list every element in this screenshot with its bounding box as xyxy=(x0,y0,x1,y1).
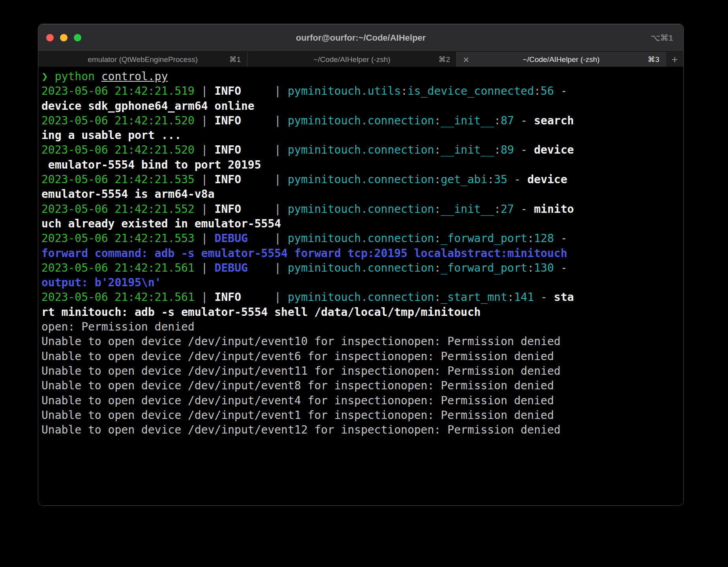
tab-2[interactable]: ~/Code/AIHelper (-zsh)⌘2 xyxy=(247,52,456,67)
terminal-line: uch already existed in emulator-5554 xyxy=(41,216,683,231)
terminal-line: forward command: adb -s emulator-5554 fo… xyxy=(41,246,683,261)
terminal-line: 2023-05-06 21:42:21.535 | INFO | pyminit… xyxy=(41,172,683,187)
tab-label: emulator (QtWebEngineProcess) xyxy=(38,55,247,64)
terminal-line: 2023-05-06 21:42:21.520 | INFO | pyminit… xyxy=(41,143,683,157)
terminal-text-segment: | xyxy=(195,114,215,127)
terminal-text-segment: 130 xyxy=(534,261,554,274)
terminal-text-segment: __init__ xyxy=(441,114,494,127)
terminal-text-segment: 2023-05-06 21:42:21.535 xyxy=(41,173,195,186)
terminal-text-segment: __init__ xyxy=(441,143,494,156)
terminal-line: 2023-05-06 21:42:21.553 | DEBUG | pymini… xyxy=(41,231,683,246)
terminal-text-segment: : xyxy=(434,232,441,245)
tab-label: ~/Code/AIHelper (-zsh) xyxy=(248,55,456,64)
terminal-text-segment: : xyxy=(434,291,441,304)
terminal-text-segment: sta xyxy=(554,291,574,304)
terminal-text-segment: 35 xyxy=(494,173,507,186)
terminal-output[interactable]: ❯ python control.py2023-05-06 21:42:21.5… xyxy=(38,67,683,505)
terminal-text-segment: pyminitouch.connection xyxy=(288,173,434,186)
terminal-text-segment: pyminitouch.connection xyxy=(288,114,434,127)
terminal-text-segment: | xyxy=(241,84,288,98)
terminal-text-segment: forward command: adb -s emulator-5554 fo… xyxy=(41,247,567,260)
terminal-text-segment: 56 xyxy=(540,84,554,98)
terminal-text-segment: 2023-05-06 21:42:21.553 xyxy=(41,232,195,245)
terminal-text-segment: | xyxy=(195,203,215,216)
terminal-text-segment: INFO xyxy=(214,173,241,186)
window-title: ourfor@ourfor:~/Code/AIHelper xyxy=(38,33,683,43)
terminal-text-segment: - xyxy=(534,291,554,304)
tab-shortcut-label: ⌘3 xyxy=(647,55,659,64)
terminal-line: 2023-05-06 21:42:21.561 | DEBUG | pymini… xyxy=(41,261,683,275)
terminal-text-segment: get_abi xyxy=(441,173,488,186)
terminal-line: output: b'20195\n' xyxy=(41,275,683,290)
terminal-text-segment: 2023-05-06 21:42:21.520 xyxy=(41,143,195,156)
tab-1[interactable]: emulator (QtWebEngineProcess)⌘1 xyxy=(38,52,247,67)
terminal-line: Unable to open device /dev/input/event10… xyxy=(41,334,683,349)
terminal-line: Unable to open device /dev/input/event8 … xyxy=(41,378,683,393)
terminal-text-segment: Unable to open device /dev/input/event4 … xyxy=(41,394,554,407)
tab-shortcut-label: ⌘2 xyxy=(438,55,450,64)
terminal-text-segment: : xyxy=(434,173,441,186)
terminal-text-segment: - xyxy=(514,203,534,216)
terminal-text-segment: : xyxy=(534,84,541,98)
terminal-line: open: Permission denied xyxy=(41,319,683,334)
terminal-text-segment: open: Permission denied xyxy=(41,320,195,333)
terminal-text-segment: pyminitouch.connection xyxy=(288,203,434,216)
terminal-text-segment: Unable to open device /dev/input/event8 … xyxy=(41,379,554,392)
terminal-text-segment: : xyxy=(494,114,501,127)
terminal-text-segment: output: b'20195\n' xyxy=(41,276,161,289)
terminal-text-segment: pyminitouch.connection xyxy=(288,291,434,304)
terminal-text-segment: | xyxy=(195,232,215,245)
tab-3[interactable]: ×~/Code/AIHelper (-zsh)⌘3 xyxy=(456,52,666,67)
terminal-line: Unable to open device /dev/input/event1 … xyxy=(41,408,683,422)
terminal-text-segment: - xyxy=(554,232,567,245)
terminal-text-segment: 128 xyxy=(534,232,554,245)
terminal-text-segment: ing a usable port ... xyxy=(41,129,181,142)
terminal-text-segment: pyminitouch.connection xyxy=(288,143,434,156)
terminal-text-segment: _forward_port xyxy=(441,261,527,274)
tab-bar: emulator (QtWebEngineProcess)⌘1~/Code/AI… xyxy=(38,52,683,67)
terminal-text-segment: : xyxy=(434,203,441,216)
terminal-text-segment: | xyxy=(195,173,215,186)
terminal-text-segment: - xyxy=(554,261,567,274)
terminal-text-segment: _forward_port xyxy=(441,232,527,245)
terminal-window: ourfor@ourfor:~/Code/AIHelper ⌥⌘1 emulat… xyxy=(38,24,684,506)
tab-shortcut-label: ⌘1 xyxy=(229,55,241,64)
terminal-text-segment: : xyxy=(494,203,501,216)
terminal-text-segment: : xyxy=(401,84,407,98)
terminal-text-segment: 2023-05-06 21:42:21.561 xyxy=(41,261,195,274)
title-bar[interactable]: ourfor@ourfor:~/Code/AIHelper ⌥⌘1 xyxy=(38,24,683,52)
terminal-text-segment: device xyxy=(527,173,567,186)
terminal-text-segment: Unable to open device /dev/input/event6 … xyxy=(41,350,554,363)
close-tab-icon[interactable]: × xyxy=(463,54,469,65)
terminal-text-segment: __init__ xyxy=(441,203,494,216)
terminal-text-segment: INFO xyxy=(214,203,241,216)
terminal-text-segment: | xyxy=(248,261,288,274)
terminal-text-segment: pyminitouch.utils xyxy=(288,84,401,98)
terminal-text-segment: | xyxy=(241,291,288,304)
terminal-line: emulator-5554 bind to port 20195 xyxy=(41,158,683,172)
terminal-line: Unable to open device /dev/input/event6 … xyxy=(41,349,683,364)
terminal-text-segment: pyminitouch.connection xyxy=(288,261,434,274)
terminal-text-segment: 27 xyxy=(501,203,514,216)
terminal-text-segment: 89 xyxy=(501,143,514,156)
terminal-text-segment: uch already existed in emulator-5554 xyxy=(41,217,281,230)
terminal-text-segment: : xyxy=(434,261,441,274)
terminal-text-segment: INFO xyxy=(214,84,241,98)
terminal-text-segment: 2023-05-06 21:42:21.520 xyxy=(41,114,195,127)
window-shortcut-label: ⌥⌘1 xyxy=(651,33,673,43)
terminal-text-segment: - xyxy=(514,114,534,127)
terminal-text-segment: | xyxy=(241,173,288,186)
terminal-text-segment: | xyxy=(248,232,288,245)
terminal-text-segment: DEBUG xyxy=(214,232,248,245)
terminal-text-segment: Unable to open device /dev/input/event12… xyxy=(41,423,561,436)
terminal-text-segment: pyminitouch.connection xyxy=(288,232,434,245)
terminal-text-segment: 2023-05-06 21:42:21.552 xyxy=(41,203,195,216)
terminal-text-segment: Unable to open device /dev/input/event11… xyxy=(41,364,561,377)
terminal-text-segment: INFO xyxy=(214,114,241,127)
terminal-text-segment: emulator-5554 is arm64-v8a xyxy=(41,188,214,201)
terminal-line: 2023-05-06 21:42:21.519 | INFO | pyminit… xyxy=(41,84,683,98)
terminal-line: rt minitouch: adb -s emulator-5554 shell… xyxy=(41,305,683,319)
new-tab-button[interactable]: + xyxy=(666,52,683,67)
terminal-text-segment: - xyxy=(554,84,567,98)
terminal-text-segment: is_device_connected xyxy=(407,84,534,98)
